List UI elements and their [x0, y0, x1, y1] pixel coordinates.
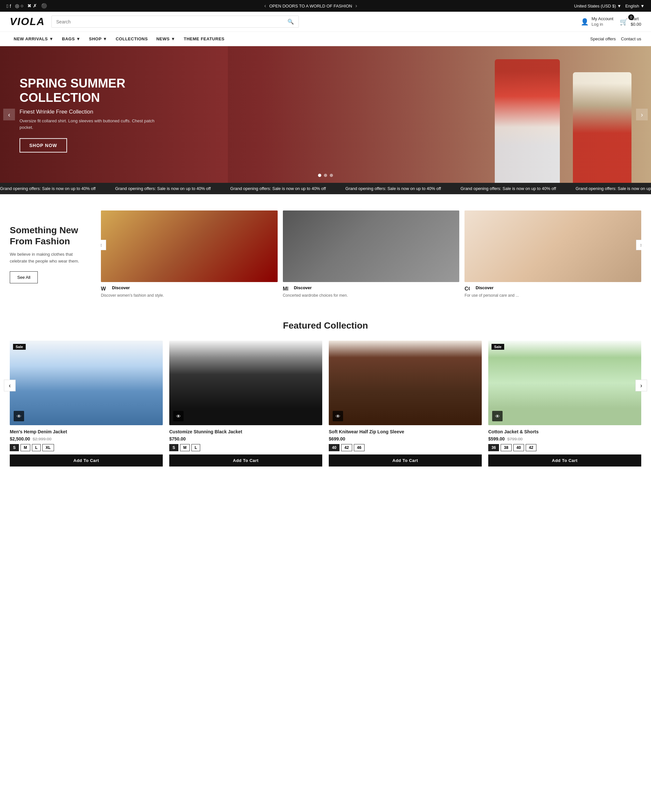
nav-item-new-arrivals[interactable]: NEW ARRIVALS ▼ — [10, 32, 57, 46]
search-input[interactable] — [56, 19, 285, 24]
search-icon[interactable]: 🔍 — [287, 18, 294, 25]
nav-item-shop[interactable]: SHOP ▼ — [85, 32, 111, 46]
hero-dot-3[interactable] — [330, 174, 333, 177]
size-xl-p1[interactable]: XL — [42, 444, 54, 451]
product-image-p4: Sale 👁 — [488, 340, 641, 425]
chevron-down-icon: ▼ — [76, 37, 80, 41]
size-s-p1[interactable]: S — [10, 444, 19, 451]
announcement-text: OPEN DOORS TO A WORLD OF FASHION — [269, 4, 352, 8]
quickview-button-p4[interactable]: 👁 — [492, 411, 503, 421]
size-s-p2[interactable]: S — [169, 444, 178, 451]
size-38-p4[interactable]: 38 — [501, 444, 511, 451]
cart-icon: 🛒 — [620, 18, 628, 26]
women-category-image: Discover — [101, 211, 278, 282]
product-price-p1: $2,500.00 $2,999.00 — [10, 436, 163, 441]
product-image-p1: Sale 👁 — [10, 340, 163, 425]
nav-item-collections[interactable]: COLLECTIONS — [112, 32, 152, 46]
main-nav: NEW ARRIVALS ▼ BAGS ▼ SHOP ▼ COLLECTIONS… — [0, 32, 651, 46]
facebook-icon[interactable]:  f — [6, 3, 11, 9]
prev-announce-button[interactable]: ‹ — [264, 3, 266, 9]
header-right: 👤 My Account Log in 0 🛒 Cart $0.00 — [581, 16, 641, 27]
quickview-button-p2[interactable]: 👁 — [173, 411, 183, 421]
nav-item-theme-features[interactable]: THEME FEATURES — [180, 32, 229, 46]
product-image-p2: 👁 — [169, 340, 322, 425]
chevron-down-icon: ▼ — [171, 37, 175, 41]
size-l-p2[interactable]: L — [191, 444, 200, 451]
search-bar[interactable]: 🔍 — [52, 15, 299, 27]
price-old-p4: $799.00 — [507, 437, 523, 441]
hero-description: Oversize fit collared shirt. Long sleeve… — [20, 118, 156, 130]
add-to-cart-p4[interactable]: Add To Cart — [488, 455, 641, 467]
product-card-p4: Sale 👁 Cotton Jacket & Shorts $599.00 $7… — [488, 340, 641, 467]
add-to-cart-p2[interactable]: Add To Cart — [169, 455, 322, 467]
size-46-p3[interactable]: 46 — [354, 444, 365, 451]
language-selector[interactable]: English ▼ — [625, 4, 645, 8]
region-selector[interactable]: United States (USD $) ▼ — [574, 4, 621, 8]
products-prev-button[interactable]: ‹ — [4, 380, 15, 391]
hero-title: SPRING SUMMER COLLECTION — [20, 76, 156, 105]
size-36-p4[interactable]: 36 — [488, 444, 499, 451]
account-button[interactable]: 👤 My Account Log in — [581, 16, 613, 27]
sale-badge-p4: Sale — [492, 344, 504, 350]
men-description: Concerted wardrobe choices for men. — [283, 293, 460, 298]
category-next-button[interactable]: › — [636, 240, 641, 250]
product-price-p2: $750.00 — [169, 436, 322, 441]
price-current-p1: $2,500.00 — [10, 436, 30, 441]
category-card-men: Discover MEN Concerted wardrobe choices … — [283, 211, 460, 298]
hero-cta-button[interactable]: SHOP NOW — [20, 138, 67, 153]
chevron-down-icon: ▼ — [103, 37, 107, 41]
product-name-p4: Cotton Jacket & Shorts — [488, 429, 641, 434]
price-current-p3: $699.00 — [329, 436, 345, 441]
nav-special-offers[interactable]: Special offers — [590, 37, 616, 41]
next-announce-button[interactable]: › — [355, 3, 357, 9]
size-options-p2: S M L — [169, 444, 322, 451]
nav-contact-us[interactable]: Contact us — [621, 37, 641, 41]
chevron-down-icon: ▼ — [49, 37, 53, 41]
hero-dot-1[interactable] — [318, 174, 321, 177]
nav-right: Special offers Contact us — [590, 37, 641, 41]
category-cards: ‹ Discover WOMEN Discover women's fashio… — [101, 211, 641, 298]
see-all-button[interactable]: See All — [10, 271, 38, 283]
pinterest-icon[interactable]: ⚫ — [41, 3, 47, 9]
logo[interactable]: VIOLA — [10, 15, 45, 27]
quickview-button-p3[interactable]: 👁 — [333, 411, 343, 421]
hero-prev-button[interactable]: ‹ — [3, 109, 15, 121]
hero-next-button[interactable]: › — [636, 109, 648, 121]
price-old-p1: $2,999.00 — [32, 437, 52, 441]
account-text: My Account Log in — [591, 16, 613, 27]
something-new-section: Something New From Fashion We believe in… — [0, 194, 651, 307]
twitter-icon[interactable]: ✖ ✗ — [28, 3, 37, 9]
size-m-p2[interactable]: M — [180, 444, 190, 451]
instagram-icon[interactable]: ◎ ○ — [15, 3, 23, 9]
size-42-p4[interactable]: 42 — [526, 444, 536, 451]
products-next-button[interactable]: › — [636, 380, 647, 391]
size-42-p3[interactable]: 42 — [341, 444, 352, 451]
size-m-p1[interactable]: M — [20, 444, 30, 451]
category-prev-button[interactable]: ‹ — [101, 240, 106, 250]
product-name-p1: Men's Hemp Denim Jacket — [10, 429, 163, 434]
add-to-cart-p1[interactable]: Add To Cart — [10, 455, 163, 467]
nav-item-bags[interactable]: BAGS ▼ — [58, 32, 84, 46]
top-bar-right: United States (USD $) ▼ English ▼ — [574, 4, 645, 8]
header: VIOLA 🔍 👤 My Account Log in 0 🛒 Cart $0.… — [0, 12, 651, 32]
account-icon: 👤 — [581, 18, 589, 26]
size-l-p1[interactable]: L — [32, 444, 41, 451]
account-label: My Account — [591, 16, 613, 22]
sale-badge-p1: Sale — [13, 344, 26, 350]
cart-amount: $0.00 — [631, 22, 641, 27]
hero-dot-2[interactable] — [324, 174, 327, 177]
product-price-p4: $599.00 $799.00 — [488, 436, 641, 441]
product-card-p1: Sale 👁 Men's Hemp Denim Jacket $2,500.00… — [10, 340, 163, 467]
product-price-p3: $699.00 — [329, 436, 482, 441]
nav-item-news[interactable]: NEWS ▼ — [152, 32, 179, 46]
size-40-p4[interactable]: 40 — [513, 444, 524, 451]
hero-dots — [318, 174, 333, 177]
quickview-button-p1[interactable]: 👁 — [14, 411, 24, 421]
size-options-p1: S M L XL — [10, 444, 163, 451]
social-links:  f ◎ ○ ✖ ✗ ⚫ — [6, 3, 47, 9]
add-to-cart-p3[interactable]: Add To Cart — [329, 455, 482, 467]
cart-button[interactable]: 0 🛒 Cart $0.00 — [620, 16, 641, 27]
size-40-p3[interactable]: 40 — [329, 444, 339, 451]
category-card-cosmetics: Discover COSMETICS For use of personal c… — [465, 211, 641, 298]
hero-overlay — [228, 46, 651, 183]
